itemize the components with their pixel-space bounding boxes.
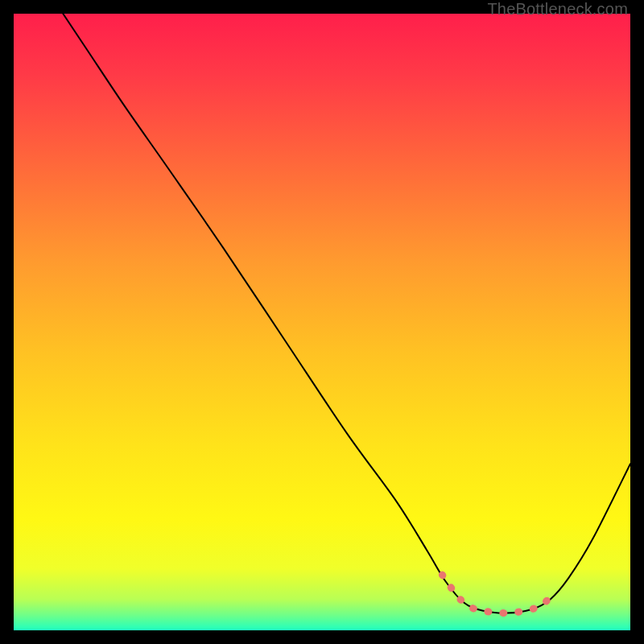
plot-area <box>14 14 630 630</box>
outer-frame: TheBottleneck.com <box>0 0 644 644</box>
heat-gradient <box>14 14 630 630</box>
svg-rect-0 <box>14 14 630 630</box>
watermark-text: TheBottleneck.com <box>487 0 628 19</box>
